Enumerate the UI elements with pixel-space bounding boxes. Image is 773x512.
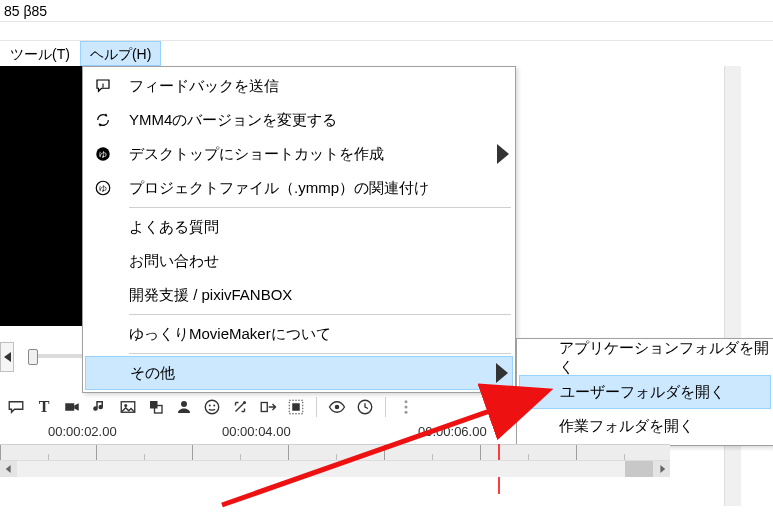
refresh-icon	[91, 108, 115, 132]
clock-icon[interactable]	[355, 397, 375, 417]
svg-point-21	[405, 400, 408, 403]
seek-slider-thumb[interactable]	[28, 349, 38, 365]
blank-icon	[92, 361, 116, 385]
scroll-left-icon[interactable]	[0, 461, 17, 477]
audio-icon[interactable]	[90, 397, 110, 417]
preview-panel	[0, 66, 82, 326]
timeline-scrollbar[interactable]	[0, 460, 670, 477]
toolbar-separator	[316, 397, 317, 417]
tachie-icon[interactable]	[174, 397, 194, 417]
menuitem-label: ゆっくりMovieMakerについて	[129, 325, 513, 344]
menuitem-label: よくある質問	[129, 218, 513, 237]
time-label: 00:00:04.00	[222, 424, 291, 439]
menuitem-faq[interactable]: よくある質問	[85, 210, 513, 244]
comment-icon	[91, 74, 115, 98]
yukkuri-outline-icon: ゆ	[91, 176, 115, 200]
menuitem-create-shortcut[interactable]: ゆ デスクトップにショートカットを作成	[85, 137, 513, 171]
svg-point-23	[405, 411, 408, 414]
menu-bar: ツール(T) ヘルプ(H)	[0, 40, 773, 66]
svg-point-11	[181, 401, 187, 407]
menuitem-label: YMM4のバージョンを変更する	[129, 111, 513, 130]
speech-icon[interactable]	[6, 397, 26, 417]
svg-point-22	[405, 406, 408, 409]
timeline-toolbar: T	[0, 392, 670, 422]
window-title: 85 β85	[0, 0, 773, 22]
svg-point-19	[335, 405, 340, 410]
svg-point-13	[209, 405, 211, 407]
svg-point-14	[213, 405, 215, 407]
svg-point-12	[205, 400, 219, 414]
blank-icon	[91, 249, 115, 273]
menuitem-about[interactable]: ゆっくりMovieMakerについて	[85, 317, 513, 351]
menuitem-fanbox[interactable]: 開発支援 / pixivFANBOX	[85, 278, 513, 312]
submenu-app-folder[interactable]: アプリケーションフォルダを開く	[519, 341, 771, 375]
menuitem-label: その他	[130, 364, 492, 383]
blank-icon	[91, 322, 115, 346]
help-menu-dropdown: フィードバックを送信 YMM4のバージョンを変更する ゆ デスクトップにショート…	[82, 66, 516, 393]
svg-rect-9	[150, 401, 158, 409]
image-icon[interactable]	[118, 397, 138, 417]
svg-text:ゆ: ゆ	[99, 150, 107, 159]
time-label: 00:00:06.00	[418, 424, 487, 439]
svg-point-15	[243, 401, 246, 404]
menuitem-other[interactable]: その他	[85, 356, 513, 390]
shape-icon[interactable]	[146, 397, 166, 417]
blank-icon	[91, 283, 115, 307]
transition-icon[interactable]	[258, 397, 278, 417]
title-text: 85 β85	[4, 3, 47, 19]
time-label: 00:00:02.00	[48, 424, 117, 439]
submenu-arrow-icon	[493, 137, 513, 171]
menuitem-change-version[interactable]: YMM4のバージョンを変更する	[85, 103, 513, 137]
toolbar-separator	[385, 397, 386, 417]
menu-separator	[129, 207, 511, 208]
scroll-thumb[interactable]	[625, 461, 653, 477]
skip-back-button[interactable]	[0, 342, 14, 372]
svg-text:ゆ: ゆ	[99, 184, 107, 193]
svg-point-8	[124, 404, 127, 407]
group-icon[interactable]	[286, 397, 306, 417]
timeline[interactable]: 00:00:02.00 00:00:04.00 00:00:06.00	[0, 424, 670, 494]
menu-separator	[129, 314, 511, 315]
blank-icon	[91, 215, 115, 239]
scroll-right-icon[interactable]	[653, 461, 670, 477]
yukkuri-black-icon: ゆ	[91, 142, 115, 166]
menuitem-contact[interactable]: お問い合わせ	[85, 244, 513, 278]
svg-rect-18	[292, 403, 300, 411]
timeline-labels: 00:00:02.00 00:00:04.00 00:00:06.00	[0, 424, 670, 444]
svg-point-0	[102, 83, 104, 85]
menu-separator	[129, 353, 511, 354]
menu-tools[interactable]: ツール(T)	[0, 41, 80, 66]
submenu-arrow-icon	[492, 357, 512, 389]
menuitem-feedback[interactable]: フィードバックを送信	[85, 69, 513, 103]
text-icon[interactable]: T	[34, 397, 54, 417]
menuitem-label: プロジェクトファイル（.ymmp）の関連付け	[129, 179, 513, 198]
svg-rect-6	[65, 403, 74, 411]
svg-rect-16	[261, 403, 267, 412]
eye-icon[interactable]	[327, 397, 347, 417]
menuitem-label: お問い合わせ	[129, 252, 513, 271]
effect-icon[interactable]	[230, 397, 250, 417]
video-icon[interactable]	[62, 397, 82, 417]
menu-help[interactable]: ヘルプ(H)	[80, 41, 161, 66]
menuitem-assoc-ymmp[interactable]: ゆ プロジェクトファイル（.ymmp）の関連付け	[85, 171, 513, 205]
menuitem-label: 開発支援 / pixivFANBOX	[129, 286, 513, 305]
menuitem-label: デスクトップにショートカットを作成	[129, 145, 493, 164]
face-icon[interactable]	[202, 397, 222, 417]
more-icon[interactable]	[396, 397, 416, 417]
submenu-label: アプリケーションフォルダを開く	[559, 339, 771, 377]
menuitem-label: フィードバックを送信	[129, 77, 513, 96]
svg-rect-1	[102, 85, 103, 87]
